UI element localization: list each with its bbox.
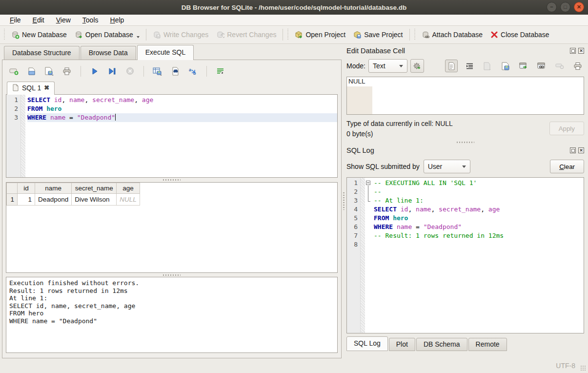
column-header-age[interactable]: age	[117, 183, 140, 194]
format-sql-icon: ab	[188, 67, 198, 76]
toolbar-separator	[409, 29, 410, 41]
toolbar-grip[interactable]	[286, 29, 290, 41]
sql-log-view[interactable]: 12 34 56 78 -- EXECUTING ALL IN 'SQL 1' …	[346, 177, 584, 333]
menu-help[interactable]: Help	[105, 15, 129, 25]
word-wrap-button[interactable]	[214, 65, 227, 78]
execute-sql-page: ab SQL 1 ✖ 1 2 3	[2, 60, 342, 358]
menu-file[interactable]: File	[5, 15, 26, 25]
row-number-cell[interactable]: 1	[7, 194, 18, 206]
save-project-button[interactable]: Save Project	[349, 29, 406, 41]
sql-toolbar: ab	[6, 63, 338, 80]
tab-database-structure[interactable]: Database Structure	[4, 46, 80, 60]
log-line: --	[374, 187, 584, 196]
auto-mode-button[interactable]	[410, 59, 424, 73]
column-header-id[interactable]: id	[18, 183, 35, 194]
dock-splitter[interactable]	[346, 139, 584, 145]
menu-edit[interactable]: Edit	[28, 15, 49, 25]
log-line: FROM hero	[374, 214, 584, 223]
toolbar-separator	[283, 29, 283, 41]
export-data-button[interactable]	[499, 60, 512, 72]
editor-code-area[interactable]: SELECT id, name, secret_name, age FROM h…	[25, 95, 337, 177]
editor-results-splitter[interactable]	[6, 178, 338, 182]
status-bar: UTF-8	[0, 358, 588, 373]
right-panel: Edit Database Cell ✕ Mode: Text	[345, 44, 588, 358]
menu-view[interactable]: View	[51, 15, 76, 25]
results-grid[interactable]: id name secret_name age 1 1 Deadpond Div…	[6, 182, 338, 272]
column-header-secret-name[interactable]: secret_name	[72, 183, 117, 194]
cell-secret-name[interactable]: Dive Wilson	[72, 194, 117, 206]
apply-button[interactable]: Apply	[549, 122, 584, 135]
fold-collapse-icon[interactable]	[366, 181, 370, 185]
import-data-button[interactable]	[481, 60, 494, 72]
copy-link-button[interactable]	[535, 60, 548, 72]
dock-close-icon[interactable]: ✕	[578, 147, 584, 153]
encoding-indicator[interactable]: UTF-8	[556, 362, 575, 370]
save-sql-file-button[interactable]	[43, 65, 56, 78]
column-header-name[interactable]: name	[35, 183, 72, 194]
tab-db-schema[interactable]: DB Schema	[416, 338, 467, 351]
dock-close-icon[interactable]: ✕	[578, 48, 584, 54]
save-results-button[interactable]	[151, 65, 164, 78]
toolbar-grip[interactable]	[3, 29, 6, 41]
format-sql-button[interactable]: ab	[186, 65, 199, 78]
open-project-button[interactable]: Open Project	[291, 29, 349, 41]
mode-combobox[interactable]: Text	[368, 59, 407, 73]
tab-sql-log[interactable]: SQL Log	[346, 336, 388, 351]
stop-button[interactable]	[123, 65, 136, 78]
find-icon	[171, 67, 180, 76]
close-button[interactable]: ✕	[574, 2, 584, 12]
svg-text:a: a	[189, 67, 192, 72]
cell-icons	[427, 60, 584, 72]
tab-plot[interactable]: Plot	[389, 338, 415, 351]
toolbar-grip[interactable]	[413, 29, 417, 41]
open-in-app-button[interactable]	[517, 60, 530, 72]
clear-log-button[interactable]: Clear	[550, 160, 584, 173]
results-message-splitter[interactable]	[6, 273, 338, 277]
gear-icon	[413, 62, 421, 70]
log-filter-combobox[interactable]: User	[424, 160, 470, 173]
minimize-button[interactable]: −	[547, 2, 557, 12]
close-tab-icon[interactable]: ✖	[44, 84, 49, 91]
open-database-caret-icon[interactable]	[137, 36, 140, 38]
stop-icon	[126, 67, 134, 75]
cell-editor[interactable]: NULL	[346, 77, 584, 115]
new-database-button[interactable]: New Database	[7, 29, 71, 41]
text-mode-button[interactable]	[445, 60, 458, 72]
print-icon	[573, 62, 582, 70]
close-database-button[interactable]: Close Database	[487, 29, 553, 41]
cell-age[interactable]: NULL	[117, 194, 140, 206]
new-sql-tab-button[interactable]	[8, 65, 20, 78]
revert-changes-button[interactable]: Revert Changes	[212, 29, 280, 41]
dock-float-icon[interactable]	[570, 147, 576, 153]
word-wrap-cell-button[interactable]	[463, 60, 476, 72]
write-changes-button[interactable]: Write Changes	[149, 29, 212, 41]
log-line-numbers: 12 34 56 78	[347, 178, 361, 333]
attach-database-button[interactable]: Attach Database	[418, 29, 487, 41]
cell-name[interactable]: Deadpond	[35, 194, 72, 206]
print-sql-button[interactable]	[61, 65, 73, 78]
menu-tools[interactable]: Tools	[78, 15, 103, 25]
fold-end	[368, 197, 370, 202]
set-null-button[interactable]	[553, 60, 566, 72]
panel-splitter[interactable]	[342, 44, 345, 358]
open-database-button[interactable]: Open Database	[71, 29, 143, 41]
resize-grip[interactable]	[580, 365, 586, 371]
log-fold-column[interactable]	[365, 178, 372, 333]
results-corner-header[interactable]	[7, 183, 18, 194]
execute-line-button[interactable]	[106, 65, 119, 78]
open-sql-file-button[interactable]	[25, 65, 38, 78]
dock-float-icon[interactable]	[570, 48, 576, 54]
tab-execute-sql[interactable]: Execute SQL	[137, 45, 194, 60]
execute-all-button[interactable]	[88, 65, 101, 78]
tab-remote[interactable]: Remote	[468, 338, 507, 351]
cell-id[interactable]: 1	[18, 194, 35, 206]
sql-1-tab[interactable]: SQL 1 ✖	[7, 82, 55, 95]
find-button[interactable]	[169, 65, 182, 78]
word-wrap-icon	[216, 67, 225, 75]
tab-browse-data[interactable]: Browse Data	[81, 46, 136, 60]
print-cell-button[interactable]	[571, 60, 584, 72]
sql-editor[interactable]: 1 2 3 SELECT id, name, secret_name, age …	[6, 94, 338, 178]
maximize-button[interactable]: □	[560, 2, 570, 12]
external-open-icon	[519, 62, 528, 70]
sql-log-dock-title: SQL Log ✕	[346, 145, 584, 156]
